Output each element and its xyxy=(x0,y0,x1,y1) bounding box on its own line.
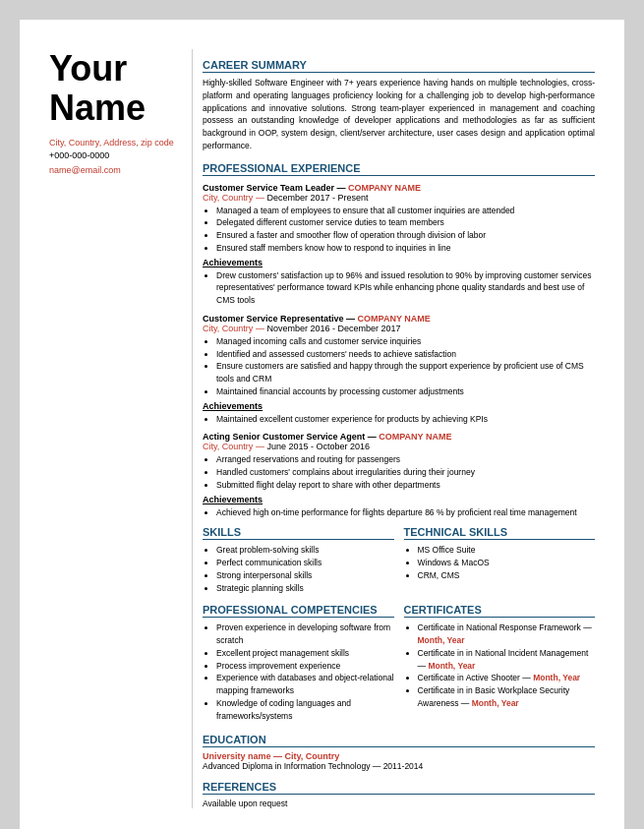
skills-section: SKILLS Great problem-solving skills Perf… xyxy=(203,526,394,596)
career-summary-title: CAREER SUMMARY xyxy=(203,59,595,73)
job-1-achievements-label: Achievements xyxy=(203,258,595,267)
job-3-title: Acting Senior Customer Service Agent xyxy=(203,432,365,442)
competencies-title: PROFESSIONAL COMPETENCIES xyxy=(203,604,394,618)
education-university: University name — City, Country xyxy=(203,751,595,761)
technical-skills-list: MS Office Suite Windows & MacOS CRM, CMS xyxy=(404,544,596,581)
job-3-company: COMPANY NAME xyxy=(379,432,451,442)
job-2-bullets: Managed incoming calls and customer serv… xyxy=(203,335,595,398)
list-item: Certificate in in Basic Workplace Securi… xyxy=(418,684,596,710)
job-1-company: COMPANY NAME xyxy=(348,183,421,193)
list-item: Experience with databases and object-rel… xyxy=(216,672,394,697)
list-item: Drew customers' satisfaction up to 96% a… xyxy=(216,269,595,307)
job-2-title-line: Customer Service Representative — COMPAN… xyxy=(203,314,595,324)
list-item: CRM, CMS xyxy=(418,569,596,582)
job-3-bullets: Arranged reservations and routing for pa… xyxy=(203,453,595,491)
technical-skills-title: TECHNICAL SKILLS xyxy=(404,526,596,540)
list-item: Certificate in in National Incident Mana… xyxy=(418,647,596,673)
list-item: Perfect communication skills xyxy=(216,557,394,569)
list-item: Windows & MacOS xyxy=(418,557,596,569)
job-3-location: City, Country — June 2015 - October 2016 xyxy=(203,442,595,451)
job-2-company: COMPANY NAME xyxy=(358,314,431,324)
certificates-title: CERTIFICATES xyxy=(404,604,596,618)
list-item: Achieved high on-time performance for fl… xyxy=(216,506,595,519)
competencies-section: PROFESSIONAL COMPETENCIES Proven experie… xyxy=(203,604,394,724)
skills-technical-row: SKILLS Great problem-solving skills Perf… xyxy=(203,526,595,596)
contact-city: City, Country, Address, zip code xyxy=(49,137,177,149)
job-1-location: City, Country — December 2017 - Present xyxy=(203,193,595,203)
contact-phone: +000-000-0000 xyxy=(49,149,177,162)
list-item: Ensured a faster and smoother flow of op… xyxy=(216,229,595,242)
list-item: Managed a team of employees to ensure th… xyxy=(216,205,595,217)
list-item: Ensured staff members know how to respon… xyxy=(216,242,595,255)
references-text: Available upon request xyxy=(203,799,595,808)
list-item: MS Office Suite xyxy=(418,544,596,557)
competencies-list: Proven experience in developing software… xyxy=(203,622,394,722)
skills-title: SKILLS xyxy=(203,526,394,540)
list-item: Great problem-solving skills xyxy=(216,544,394,557)
job-1-bullets: Managed a team of employees to ensure th… xyxy=(203,205,595,255)
job-3-achievements: Achieved high on-time performance for fl… xyxy=(203,506,595,519)
job-2-location: City, Country — November 2016 - December… xyxy=(203,324,595,333)
list-item: Strategic planning skills xyxy=(216,582,394,595)
name-display: Your Name xyxy=(49,49,177,127)
list-item: Process improvement experience xyxy=(216,660,394,673)
list-item: Managed incoming calls and customer serv… xyxy=(216,335,595,348)
education-title: EDUCATION xyxy=(203,734,595,747)
references-title: REFERENCES xyxy=(203,781,595,795)
list-item: Submitted flight delay report to share w… xyxy=(216,479,595,492)
job-2-achievements: Maintained excellent customer experience… xyxy=(203,413,595,426)
list-item: Certificate in Active Shooter — Month, Y… xyxy=(418,672,596,684)
list-item: Maintained excellent customer experience… xyxy=(216,413,595,426)
resume-page: Your Name City, Country, Address, zip co… xyxy=(20,20,624,829)
list-item: Arranged reservations and routing for pa… xyxy=(216,453,595,466)
education-diploma: Advanced Diploma in Information Technolo… xyxy=(203,761,595,771)
list-item: Proven experience in developing software… xyxy=(216,622,394,647)
professional-experience-title: PROFESSIONAL EXPERIENCE xyxy=(203,162,595,176)
job-2-achievements-label: Achievements xyxy=(203,401,595,411)
certificates-list: Certificate in National Response Framewo… xyxy=(404,622,596,709)
list-item: Knowledge of coding languages and framew… xyxy=(216,697,394,723)
list-item: Certificate in National Response Framewo… xyxy=(418,622,596,647)
right-column: CAREER SUMMARY Highly-skilled Software E… xyxy=(192,49,595,808)
list-item: Ensure customers are satisfied and happy… xyxy=(216,360,595,385)
contact-email: name@email.com xyxy=(49,165,177,175)
job-3: Acting Senior Customer Service Agent — C… xyxy=(203,432,595,518)
list-item: Handled customers' complains about irreg… xyxy=(216,466,595,479)
job-1-title-line: Customer Service Team Leader — COMPANY N… xyxy=(203,183,595,193)
left-column: Your Name City, Country, Address, zip co… xyxy=(49,49,192,808)
career-summary-text: Highly-skilled Software Engineer with 7+… xyxy=(203,77,595,152)
list-item: Identified and assessed customers' needs… xyxy=(216,348,595,361)
job-2-title: Customer Service Representative xyxy=(203,314,344,324)
job-1-title: Customer Service Team Leader xyxy=(203,183,334,193)
technical-skills-section: TECHNICAL SKILLS MS Office Suite Windows… xyxy=(404,526,596,596)
job-2: Customer Service Representative — COMPAN… xyxy=(203,314,595,426)
job-1: Customer Service Team Leader — COMPANY N… xyxy=(203,183,595,307)
list-item: Strong interpersonal skills xyxy=(216,569,394,582)
job-3-achievements-label: Achievements xyxy=(203,495,595,504)
certificates-section: CERTIFICATES Certificate in National Res… xyxy=(404,604,596,724)
job-1-achievements: Drew customers' satisfaction up to 96% a… xyxy=(203,269,595,307)
contact-info: City, Country, Address, zip code +000-00… xyxy=(49,137,177,175)
list-item: Delegated different customer service dut… xyxy=(216,216,595,229)
competencies-certs-row: PROFESSIONAL COMPETENCIES Proven experie… xyxy=(203,604,595,724)
skills-list: Great problem-solving skills Perfect com… xyxy=(203,544,394,594)
list-item: Excellent project management skills xyxy=(216,647,394,660)
job-3-title-line: Acting Senior Customer Service Agent — C… xyxy=(203,432,595,442)
list-item: Maintained financial accounts by process… xyxy=(216,385,595,398)
